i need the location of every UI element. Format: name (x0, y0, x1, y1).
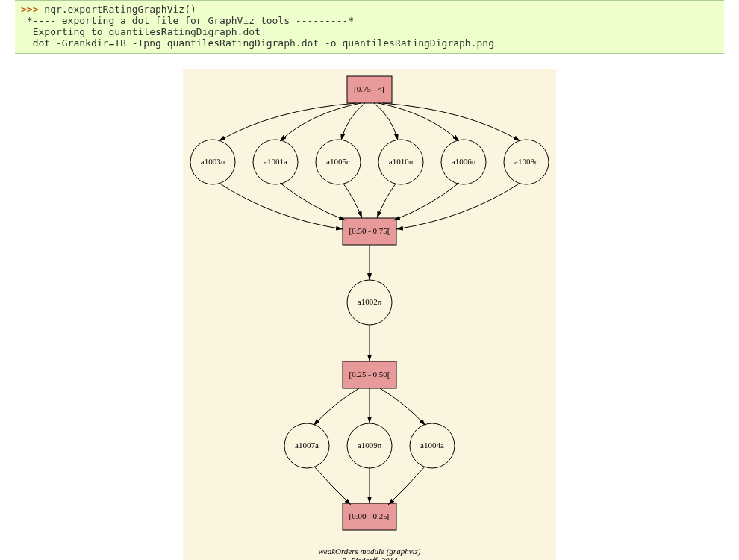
code-block: >>> nqr.exportRatingGraphViz() *---- exp… (15, 0, 724, 54)
graphviz-diagram: [0.75 - <[ a1003n a1001a a1005c a1010n a… (183, 69, 556, 560)
caption-line2: R. Bisdorff, 2014 (341, 556, 397, 560)
output-line-1: *---- exporting a dot file for GraphViz … (21, 15, 354, 26)
edge (393, 183, 459, 220)
edge (280, 183, 346, 220)
edge (343, 184, 362, 218)
edge (377, 184, 396, 218)
edge (219, 103, 356, 141)
output-line-2: Exporting to quantilesRatingDigraph.dot (21, 26, 261, 37)
edge (380, 388, 425, 426)
node-label-a1004a: a1004a (420, 440, 444, 449)
command: nqr.exportRatingGraphViz() (44, 4, 196, 15)
edge (383, 103, 520, 141)
edge (314, 388, 359, 426)
node-label-a1006n: a1006n (452, 156, 476, 165)
node-label-a1002n: a1002n (358, 296, 382, 305)
quantile-label-025: [0.25 - 0.50[ (349, 369, 390, 378)
node-label-a1001a: a1001a (264, 156, 287, 165)
quantile-label-050: [0.50 - 0.75[ (349, 225, 390, 234)
edge (341, 103, 365, 140)
caption-line1: weakOrders module (graphviz) (318, 547, 420, 556)
graph-svg: [0.75 - <[ a1003n a1001a a1005c a1010n a… (183, 69, 556, 547)
node-label-a1005c: a1005c (326, 156, 350, 165)
node-label-a1003n: a1003n (201, 156, 225, 165)
prompt: >>> (21, 4, 44, 15)
output-line-3: dot -Grankdir=TB -Tpng quantilesRatingDi… (21, 37, 494, 49)
edge (388, 466, 425, 505)
edge (396, 183, 520, 229)
edge (314, 466, 351, 505)
node-label-a1010n: a1010n (389, 156, 414, 165)
edge (374, 103, 398, 140)
caption: weakOrders module (graphviz) R. Bisdorff… (183, 547, 556, 560)
quantile-label-000: [0.00 - 0.25[ (349, 511, 390, 520)
node-label-a1008c: a1008c (514, 156, 538, 165)
node-label-a1007a: a1007a (295, 440, 319, 449)
quantile-label-075: [0.75 - <[ (354, 84, 385, 93)
edge (219, 183, 343, 229)
node-label-a1009n: a1009n (358, 440, 382, 449)
